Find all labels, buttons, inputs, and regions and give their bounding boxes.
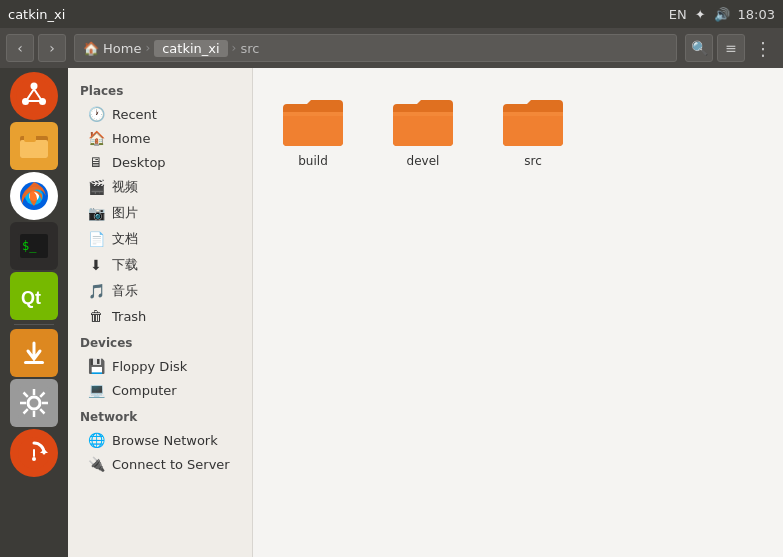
back-button[interactable]: ‹ xyxy=(6,34,34,62)
file-manager-window: ‹ › 🏠 Home › catkin_xi › src 🔍 ≡ ⋮ xyxy=(0,28,783,557)
documents-icon: 📄 xyxy=(88,231,104,247)
file-label-src: src xyxy=(524,154,542,168)
places-header: Places xyxy=(68,76,252,102)
sidebar-item-pictures[interactable]: 📷 图片 xyxy=(68,200,252,226)
desktop-icon: 🖥 xyxy=(88,154,104,170)
svg-text:Qt: Qt xyxy=(21,288,41,308)
svg-rect-5 xyxy=(20,140,48,158)
recent-icon: 🕐 xyxy=(88,106,104,122)
content-area: $_ Qt xyxy=(0,68,783,557)
downloads-sidebar-icon: ⬇ xyxy=(88,257,104,273)
floppy-label: Floppy Disk xyxy=(112,359,187,374)
recent-label: Recent xyxy=(112,107,157,122)
browse-network-label: Browse Network xyxy=(112,433,218,448)
sidebar-item-trash[interactable]: 🗑 Trash xyxy=(68,304,252,328)
sidebar-item-home[interactable]: 🏠 Home xyxy=(68,126,252,150)
videos-icon: 🎬 xyxy=(88,179,104,195)
toolbar: ‹ › 🏠 Home › catkin_xi › src 🔍 ≡ ⋮ xyxy=(0,28,783,68)
launcher: $_ Qt xyxy=(0,68,68,557)
sidebar-item-recent[interactable]: 🕐 Recent xyxy=(68,102,252,126)
system-tray: EN ✦ 🔊 18:03 xyxy=(669,7,775,22)
settings-launcher-icon[interactable] xyxy=(10,379,58,427)
address-bar[interactable]: 🏠 Home › catkin_xi › src xyxy=(74,34,677,62)
file-label-build: build xyxy=(298,154,328,168)
devices-header: Devices xyxy=(68,328,252,354)
qt-launcher-icon[interactable]: Qt xyxy=(10,272,58,320)
pictures-label: 图片 xyxy=(112,204,138,222)
menu-button[interactable]: ≡ xyxy=(717,34,745,62)
sidebar-item-desktop[interactable]: 🖥 Desktop xyxy=(68,150,252,174)
connect-server-label: Connect to Server xyxy=(112,457,230,472)
breadcrumb-label-catkin[interactable]: catkin_xi xyxy=(154,40,227,57)
sidebar-item-floppy[interactable]: 💾 Floppy Disk xyxy=(68,354,252,378)
svg-point-21 xyxy=(32,457,36,461)
sidebar-item-browse-network[interactable]: 🌐 Browse Network xyxy=(68,428,252,452)
home-icon: 🏠 xyxy=(83,41,99,56)
pictures-icon: 📷 xyxy=(88,205,104,221)
window-title: catkin_xi xyxy=(8,7,65,22)
download-launcher-icon[interactable] xyxy=(10,329,58,377)
floppy-icon: 💾 xyxy=(88,358,104,374)
music-icon: 🎵 xyxy=(88,283,104,299)
files-launcher-icon[interactable] xyxy=(10,122,58,170)
keyboard-layout: EN xyxy=(669,7,687,22)
file-grid: build devel src xyxy=(273,88,763,174)
more-button[interactable]: ⋮ xyxy=(749,34,777,62)
music-label: 音乐 xyxy=(112,282,138,300)
file-item-build[interactable]: build xyxy=(273,88,353,174)
downloads-label: 下载 xyxy=(112,256,138,274)
breadcrumb-separator: › xyxy=(145,41,150,55)
sidebar-item-videos[interactable]: 🎬 视频 xyxy=(68,174,252,200)
firefox-launcher-icon[interactable] xyxy=(10,172,58,220)
file-label-devel: devel xyxy=(407,154,440,168)
bluetooth-icon: ✦ xyxy=(695,7,706,22)
forward-button[interactable]: › xyxy=(38,34,66,62)
computer-label: Computer xyxy=(112,383,177,398)
browse-network-icon: 🌐 xyxy=(88,432,104,448)
update-launcher-icon[interactable] xyxy=(10,429,58,477)
sidebar-item-connect-server[interactable]: 🔌 Connect to Server xyxy=(68,452,252,476)
ubuntu-launcher-icon[interactable] xyxy=(10,72,58,120)
file-item-src[interactable]: src xyxy=(493,88,573,174)
network-header: Network xyxy=(68,402,252,428)
home-label: Home xyxy=(112,131,150,146)
trash-icon: 🗑 xyxy=(88,308,104,324)
sidebar-item-documents[interactable]: 📄 文档 xyxy=(68,226,252,252)
terminal-launcher-icon[interactable]: $_ xyxy=(10,222,58,270)
sidebar-item-music[interactable]: 🎵 音乐 xyxy=(68,278,252,304)
svg-rect-6 xyxy=(24,134,36,142)
file-area: build devel src xyxy=(253,68,783,557)
sidebar-item-computer[interactable]: 💻 Computer xyxy=(68,378,252,402)
top-bar: catkin_xi EN ✦ 🔊 18:03 xyxy=(0,0,783,28)
connect-server-icon: 🔌 xyxy=(88,456,104,472)
trash-label: Trash xyxy=(112,309,146,324)
file-browser-sidebar: Places 🕐 Recent 🏠 Home 🖥 Desktop 🎬 视频 📷 … xyxy=(68,68,253,557)
breadcrumb-label-src: src xyxy=(240,41,259,56)
launcher-divider xyxy=(14,324,54,325)
file-item-devel[interactable]: devel xyxy=(383,88,463,174)
documents-label: 文档 xyxy=(112,230,138,248)
svg-rect-22 xyxy=(33,449,35,457)
computer-icon: 💻 xyxy=(88,382,104,398)
volume-icon: 🔊 xyxy=(714,7,730,22)
clock: 18:03 xyxy=(738,7,775,22)
breadcrumb-label-home: Home xyxy=(103,41,141,56)
home-sidebar-icon: 🏠 xyxy=(88,130,104,146)
sidebar-item-downloads[interactable]: ⬇ 下载 xyxy=(68,252,252,278)
breadcrumb-separator2: › xyxy=(232,41,237,55)
svg-rect-16 xyxy=(24,361,44,364)
breadcrumb-home[interactable]: 🏠 Home xyxy=(83,41,141,56)
search-button[interactable]: 🔍 xyxy=(685,34,713,62)
videos-label: 视频 xyxy=(112,178,138,196)
desktop-label: Desktop xyxy=(112,155,166,170)
svg-text:$_: $_ xyxy=(22,239,37,253)
